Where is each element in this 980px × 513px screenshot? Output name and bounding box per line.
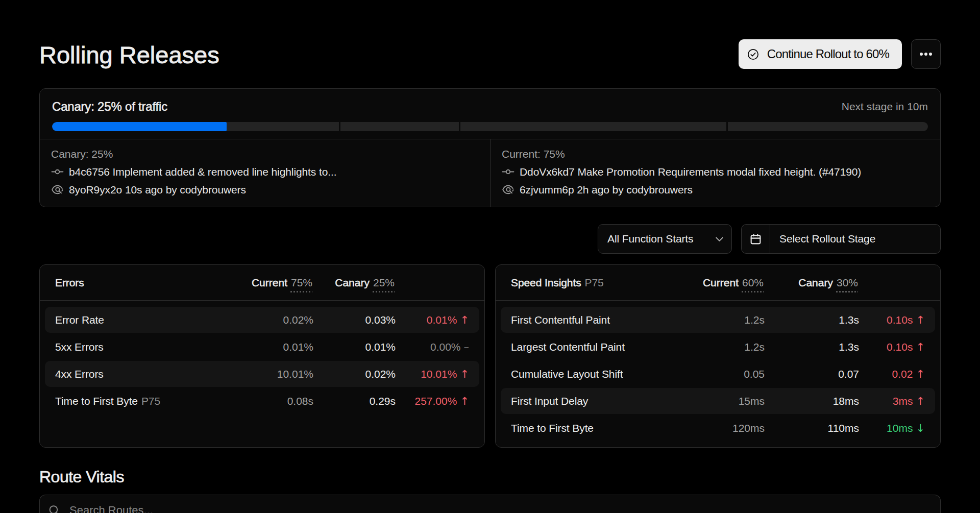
- row-label: Largest Contentful Paint: [511, 341, 678, 353]
- table-row-fcp[interactable]: First Contentful Paint 1.2s 1.3s 0.10s↑: [501, 307, 935, 333]
- rollout-stage-select[interactable]: Select Rollout Stage: [741, 224, 941, 254]
- row-label: Time to First Byte: [511, 422, 678, 434]
- canary-commit-row[interactable]: b4c6756 Implement added & removed line h…: [51, 163, 479, 181]
- row-label: 4xx Errors: [55, 368, 227, 380]
- table-row-ttfb[interactable]: Time to First Byte 120ms 110ms 10ms↓: [501, 415, 935, 441]
- table-row-ttfb[interactable]: Time to First ByteP75 0.08s 0.29s 257.00…: [45, 388, 479, 414]
- inspect-deployment-icon: [51, 183, 64, 196]
- value-canary: 0.02%: [313, 368, 396, 380]
- delta-value-text: 0.10s: [887, 314, 913, 326]
- delta-value-text: 0.10s: [887, 341, 913, 353]
- canary-percent-label: Canary: 25%: [51, 145, 479, 163]
- value-current: 0.05: [678, 368, 765, 380]
- delta-value-text: 10.01%: [421, 368, 457, 380]
- row-label: Time to First ByteP75: [55, 395, 227, 407]
- search-routes-input[interactable]: [68, 503, 928, 513]
- metric-tables: Errors Current75% Canary25% Error Rate 0…: [39, 264, 941, 448]
- delta-value-text: 3ms: [893, 395, 913, 407]
- topbar-actions: Continue Rollout to 60%: [739, 39, 941, 69]
- column-percent[interactable]: 30%: [837, 277, 858, 288]
- value-canary: 0.29s: [313, 395, 396, 407]
- column-name: Current: [252, 277, 287, 288]
- canary-deployment-column: Canary: 25% b4c6756 Implement added & re…: [40, 139, 490, 207]
- column-name: Canary: [335, 277, 370, 288]
- value-current: 10.01%: [227, 368, 313, 380]
- table-row-cls[interactable]: Cumulative Layout Shift 0.05 0.07 0.02↑: [501, 361, 935, 387]
- row-label-text: 5xx Errors: [55, 341, 104, 353]
- route-vitals-card: [39, 495, 941, 513]
- table-row-5xx-errors[interactable]: 5xx Errors 0.01% 0.01% 0.00%–: [45, 334, 479, 360]
- value-canary: 0.03%: [313, 314, 396, 326]
- table-title-text: Errors: [55, 277, 84, 288]
- table-row-lcp[interactable]: Largest Contentful Paint 1.2s 1.3s 0.10s…: [501, 334, 935, 360]
- row-label-text: 4xx Errors: [55, 368, 104, 380]
- speed-insights-table-header: Speed InsightsP75 Current60% Canary30%: [496, 265, 940, 301]
- current-commit-row[interactable]: DdoVx6kd7 Make Promotion Requirements mo…: [502, 163, 929, 181]
- speed-insights-table-rows: First Contentful Paint 1.2s 1.3s 0.10s↑ …: [496, 301, 940, 447]
- rollout-progress-bar: [52, 122, 928, 131]
- value-canary: 0.01%: [313, 341, 396, 353]
- value-delta: 0.10s↑: [859, 314, 925, 326]
- row-label-text: Time to First Byte: [511, 422, 594, 434]
- progress-stage-separator: [459, 122, 460, 131]
- current-deployment-row[interactable]: 6zjvumm6p 2h ago by codybrouwers: [502, 181, 929, 199]
- canary-rollout-card: Canary: 25% of traffic Next stage in 10m…: [39, 88, 941, 207]
- chevron-down-icon: [714, 233, 725, 245]
- arrow-up-icon: ↑: [916, 314, 925, 326]
- table-title-text: Speed Insights: [511, 277, 581, 288]
- check-circle-icon: [747, 48, 760, 61]
- no-change-dash-icon: –: [464, 341, 470, 353]
- calendar-icon: [742, 225, 770, 253]
- filters-row: All Function Starts Select Rollout Stage: [39, 224, 941, 254]
- table-row-fid[interactable]: First Input Delay 15ms 18ms 3ms↑: [501, 388, 935, 414]
- row-label-text: First Contentful Paint: [511, 314, 610, 326]
- row-label-text: First Input Delay: [511, 395, 588, 407]
- speed-insights-table-card: Speed InsightsP75 Current60% Canary30% F…: [495, 264, 941, 448]
- column-percent[interactable]: 25%: [373, 277, 395, 288]
- value-current: 0.01%: [227, 341, 313, 353]
- row-label: Cumulative Layout Shift: [511, 368, 678, 380]
- topbar: Rolling Releases Continue Rollout to 60%: [39, 39, 941, 69]
- canary-deployment-row[interactable]: 8yoR9yx2o 10s ago by codybrouwers: [51, 181, 479, 199]
- row-label: Error Rate: [55, 314, 227, 326]
- value-current: 0.02%: [227, 314, 313, 326]
- more-options-button[interactable]: [911, 39, 941, 69]
- current-commit-text: DdoVx6kd7 Make Promotion Requirements mo…: [520, 163, 861, 181]
- continue-rollout-button[interactable]: Continue Rollout to 60%: [739, 39, 902, 69]
- column-header-canary: Canary25%: [312, 277, 395, 289]
- delta-value-text: 0.01%: [427, 314, 457, 326]
- row-label: 5xx Errors: [55, 341, 227, 353]
- column-header-current: Current75%: [226, 277, 312, 289]
- continue-rollout-label: Continue Rollout to 60%: [767, 47, 889, 61]
- function-starts-select[interactable]: All Function Starts: [598, 224, 732, 254]
- progress-stage-separator: [726, 122, 728, 131]
- table-row-4xx-errors[interactable]: 4xx Errors 10.01% 0.02% 10.01%↑: [45, 361, 479, 387]
- arrow-up-icon: ↑: [916, 341, 925, 353]
- row-label: First Input Delay: [511, 395, 678, 407]
- rollout-progress-fill: [52, 122, 227, 131]
- rollout-deployments: Canary: 25% b4c6756 Implement added & re…: [40, 139, 940, 207]
- column-percent[interactable]: 60%: [742, 277, 764, 288]
- page-title: Rolling Releases: [39, 40, 219, 70]
- column-percent[interactable]: 75%: [291, 277, 312, 288]
- value-current: 120ms: [678, 422, 765, 434]
- value-current: 15ms: [678, 395, 765, 407]
- arrow-down-icon: ↓: [916, 422, 925, 434]
- row-label-text: Time to First Byte: [55, 395, 138, 407]
- delta-value-text: 257.00%: [414, 395, 457, 407]
- row-label-text: Cumulative Layout Shift: [511, 368, 623, 380]
- row-label-text: Largest Contentful Paint: [511, 341, 625, 353]
- progress-stage-separator: [339, 122, 340, 131]
- value-delta: 0.10s↑: [859, 341, 925, 353]
- value-delta: 0.01%↑: [396, 314, 469, 326]
- value-delta: 10.01%↑: [396, 368, 469, 380]
- current-deployment-text: 6zjvumm6p 2h ago by codybrouwers: [520, 181, 693, 199]
- arrow-up-icon: ↑: [460, 368, 469, 380]
- value-delta: 3ms↑: [859, 395, 925, 407]
- ellipsis-icon: [920, 53, 923, 56]
- table-row-error-rate[interactable]: Error Rate 0.02% 0.03% 0.01%↑: [45, 307, 479, 333]
- row-label-text: Error Rate: [55, 314, 104, 326]
- canary-traffic-title: Canary: 25% of traffic: [52, 99, 167, 114]
- value-current: 1.2s: [678, 341, 765, 353]
- column-header-canary: Canary30%: [764, 277, 858, 289]
